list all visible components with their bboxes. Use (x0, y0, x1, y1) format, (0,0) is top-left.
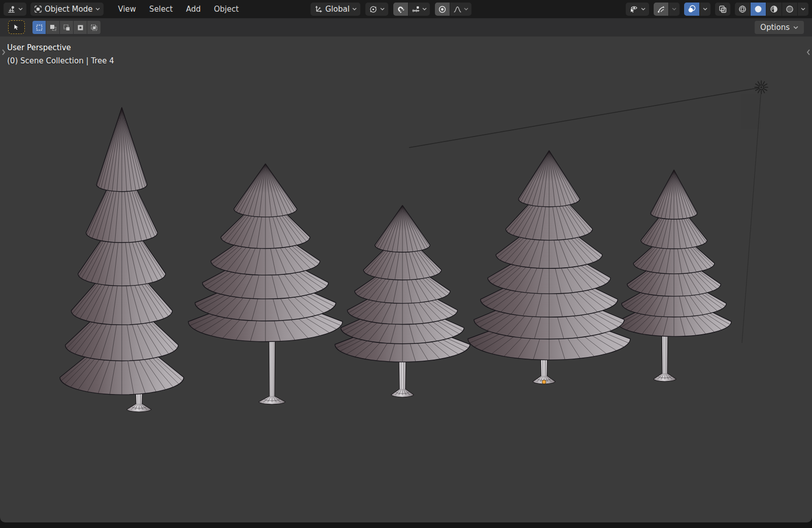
orientation-label: Global (325, 5, 350, 14)
chevron-down-icon (380, 8, 385, 11)
proportional-editing-icon (438, 5, 447, 14)
object-origin-dot (542, 380, 546, 384)
tree-4-object[interactable] (468, 151, 630, 384)
pivot-point-dropdown[interactable] (365, 3, 388, 16)
select-mode-subtract[interactable] (60, 21, 73, 34)
tool-settings-bar: Options (0, 18, 812, 37)
cursor-arrow-icon (13, 24, 20, 31)
snapping-group (393, 3, 430, 16)
sun-light[interactable] (755, 81, 768, 94)
menu-select[interactable]: Select (143, 3, 179, 16)
toolbar-expand-arrow[interactable] (0, 48, 7, 57)
solid-sphere-icon (754, 5, 763, 14)
gizmo-arrow-icon (657, 5, 665, 14)
proportional-editing-group (435, 3, 471, 16)
shading-material-button[interactable] (766, 3, 782, 16)
menu-add[interactable]: Add (179, 3, 207, 16)
gizmos-group (654, 3, 680, 16)
scene-canvas[interactable] (0, 37, 812, 522)
tree-trunk (259, 335, 285, 404)
active-object-breadcrumb: (0) Scene Collection | Tree 4 (7, 56, 114, 65)
rendered-sphere-icon (785, 5, 794, 14)
viewport-header: Object Mode View Select Add Object (0, 0, 812, 18)
show-hide-eye-icon (629, 5, 638, 14)
view-perspective-label: User Perspective (7, 43, 71, 52)
overlays-group (684, 3, 710, 16)
gizmos-dropdown[interactable] (669, 3, 680, 16)
snap-toggle[interactable] (393, 3, 408, 16)
select-mode-new[interactable] (32, 21, 46, 34)
material-sphere-icon (769, 5, 779, 14)
shading-solid-button[interactable] (751, 3, 766, 16)
select-mode-invert[interactable] (74, 21, 87, 34)
chevron-down-icon (641, 8, 646, 11)
chevron-down-icon (352, 8, 357, 11)
chevron-down-icon (672, 8, 676, 11)
active-tool-tweak-button[interactable] (8, 20, 25, 34)
tree-1-object[interactable] (60, 108, 184, 412)
tree-3-object[interactable] (335, 205, 470, 397)
chevron-down-icon (422, 8, 427, 11)
chevron-down-icon (464, 8, 468, 11)
chevron-down-icon (793, 26, 798, 29)
object-mode-icon (34, 5, 42, 13)
options-dropdown[interactable]: Options (755, 21, 804, 34)
overlays-toggle[interactable] (684, 3, 699, 16)
visibility-dropdown[interactable] (626, 3, 649, 16)
snap-with-dropdown[interactable] (409, 3, 430, 16)
shading-wireframe-button[interactable] (735, 3, 750, 16)
orientation-axes-icon (314, 5, 323, 14)
mode-dropdown[interactable]: Object Mode (30, 3, 104, 16)
tree-2-object[interactable] (188, 164, 343, 404)
sun-direction-line (742, 94, 761, 343)
shading-dropdown[interactable] (798, 3, 808, 16)
sidebar-expand-arrow[interactable] (805, 48, 812, 57)
chevron-down-icon (95, 8, 100, 11)
chevron-down-icon (703, 8, 707, 11)
transform-orientation-dropdown[interactable]: Global (311, 3, 360, 16)
gizmos-toggle[interactable] (654, 3, 668, 16)
editor-type-dropdown[interactable] (4, 3, 26, 16)
shading-rendered-button[interactable] (782, 3, 797, 16)
3d-viewport[interactable]: User Perspective (0) Scene Collection | … (0, 37, 812, 522)
tree-5-object[interactable] (617, 170, 731, 381)
xray-group (715, 3, 730, 16)
toggle-xray-button[interactable] (715, 3, 730, 16)
pivot-point-icon (369, 5, 378, 14)
magnet-icon (396, 5, 405, 14)
select-mode-group (32, 21, 100, 34)
chevron-down-icon (18, 8, 23, 11)
select-mode-intersect[interactable] (87, 21, 100, 34)
overlays-circles-icon (687, 5, 696, 14)
menu-bar: View Select Add Object (112, 3, 246, 16)
menu-object[interactable]: Object (207, 3, 245, 16)
increment-snap-icon (412, 5, 420, 14)
wireframe-sphere-icon (738, 5, 747, 14)
overlays-dropdown[interactable] (700, 3, 710, 16)
mode-label: Object Mode (45, 5, 93, 14)
3d-viewport-icon (7, 5, 16, 14)
proportional-editing-toggle[interactable] (435, 3, 450, 16)
chevron-down-icon (801, 8, 805, 11)
shading-group (735, 3, 808, 16)
menu-view[interactable]: View (112, 3, 143, 16)
options-label: Options (760, 23, 790, 32)
toggle-xray-icon (718, 5, 727, 14)
select-mode-extend[interactable] (46, 21, 59, 34)
falloff-curve-icon (453, 5, 462, 14)
proportional-falloff-dropdown[interactable] (450, 3, 471, 16)
sun-ray-line (409, 88, 759, 148)
